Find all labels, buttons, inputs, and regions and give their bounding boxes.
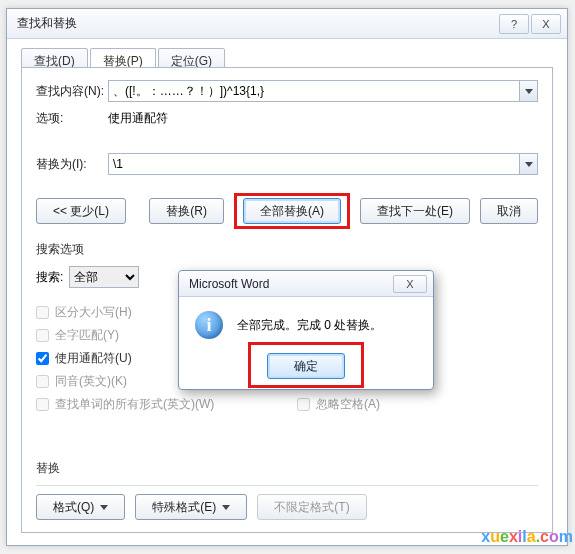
options-label: 选项: xyxy=(36,110,108,127)
replace-history-dropdown[interactable] xyxy=(520,153,538,175)
msgbox-title: Microsoft Word xyxy=(189,277,393,291)
format-button[interactable]: 格式(Q) xyxy=(36,494,125,520)
msgbox-ok-button[interactable]: 确定 xyxy=(267,353,345,379)
msgbox-titlebar: Microsoft Word X xyxy=(179,271,433,297)
search-scope-select[interactable]: 全部 xyxy=(69,266,139,288)
watermark: xuexila.com xyxy=(481,528,573,546)
less-button[interactable]: << 更少(L) xyxy=(36,198,126,224)
replace-label: 替换为(I): xyxy=(36,156,108,173)
opt-all-forms: 查找单词的所有形式(英文)(W) xyxy=(36,396,277,413)
replace-input[interactable] xyxy=(108,153,520,175)
replace-all-button[interactable]: 全部替换(A) xyxy=(243,198,341,224)
find-history-dropdown[interactable] xyxy=(520,80,538,102)
replace-button[interactable]: 替换(R) xyxy=(149,198,224,224)
opt-ignore-space: 忽略空格(A) xyxy=(297,396,538,413)
search-options-header: 搜索选项 xyxy=(36,241,538,258)
find-label: 查找内容(N): xyxy=(36,83,108,100)
msgbox: Microsoft Word X i 全部完成。完成 0 处替换。 确定 xyxy=(178,270,434,390)
info-icon: i xyxy=(195,311,223,339)
msgbox-message: 全部完成。完成 0 处替换。 xyxy=(237,317,382,334)
special-format-button[interactable]: 特殊格式(E) xyxy=(135,494,247,520)
cancel-button[interactable]: 取消 xyxy=(480,198,538,224)
close-button[interactable]: X xyxy=(531,14,561,34)
msgbox-close-button[interactable]: X xyxy=(393,275,427,293)
titlebar: 查找和替换 ? X xyxy=(7,9,567,39)
no-format-button: 不限定格式(T) xyxy=(257,494,366,520)
help-button[interactable]: ? xyxy=(499,14,529,34)
window-title: 查找和替换 xyxy=(17,15,499,32)
find-next-button[interactable]: 查找下一处(E) xyxy=(360,198,470,224)
find-input[interactable] xyxy=(108,80,520,102)
options-value: 使用通配符 xyxy=(108,110,168,127)
replace-section-label: 替换 xyxy=(36,460,538,477)
search-scope-label: 搜索: xyxy=(36,269,63,286)
highlight-replace-all: 全部替换(A) xyxy=(234,193,350,229)
